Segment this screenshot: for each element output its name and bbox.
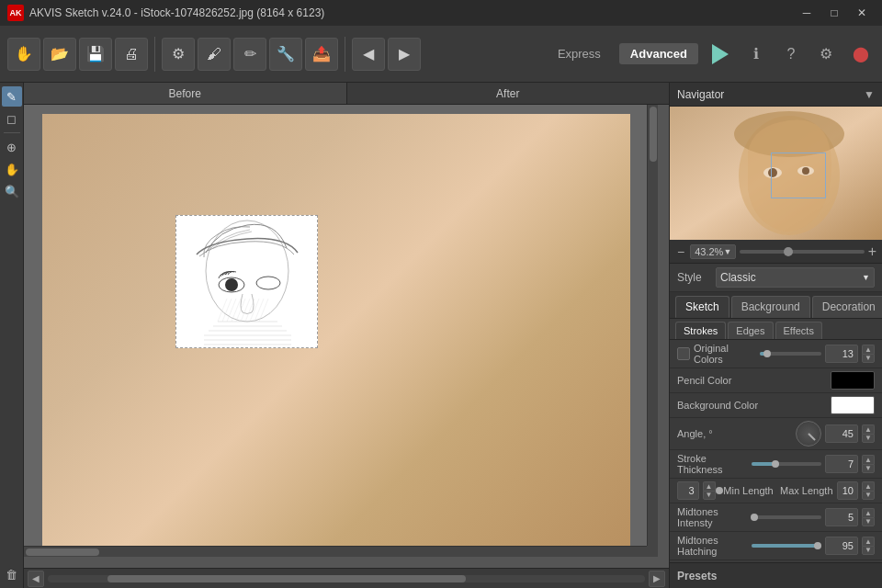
tool-adjust[interactable]: 🔧 (269, 38, 302, 71)
stroke-thickness-slider[interactable] (752, 462, 822, 466)
midtones-hatching-spinner[interactable]: ▲ ▼ (862, 537, 875, 555)
scroll-left-button[interactable]: ◀ (28, 571, 44, 587)
style-label: Style (677, 271, 710, 284)
midtones-intensity-down[interactable]: ▼ (862, 517, 875, 526)
style-select[interactable]: Classic ▼ (716, 267, 875, 288)
min-length-up[interactable]: ▲ (703, 481, 716, 491)
max-length-up[interactable]: ▲ (862, 481, 875, 491)
midtones-intensity-slider[interactable] (752, 515, 822, 519)
canvas-area: Before After (24, 83, 669, 588)
horizontal-scrollbar[interactable] (24, 546, 647, 557)
presets-label: Presets (677, 570, 717, 582)
bottom-scroll-track[interactable] (48, 575, 645, 582)
zoom-slider[interactable] (740, 250, 864, 254)
titlebar-controls[interactable]: ─ □ ✕ (794, 0, 875, 26)
max-length-down[interactable]: ▼ (862, 491, 875, 500)
midtones-hatching-row: Midtones Hatching 95 ▲ ▼ (670, 532, 882, 560)
vertical-scrollbar[interactable] (647, 105, 658, 546)
app-settings-button[interactable]: ⚙ (812, 40, 840, 68)
svg-rect-0 (176, 216, 318, 348)
original-colors-up[interactable]: ▲ (862, 345, 875, 354)
after-tab[interactable]: After (347, 83, 670, 104)
tool-forward[interactable]: ▶ (388, 38, 421, 71)
maximize-button[interactable]: □ (821, 0, 847, 26)
left-tool-trash[interactable]: 🗑 (2, 564, 22, 584)
angle-row: Angle, ° 45 ▲ ▼ (670, 418, 882, 450)
stroke-thickness-up[interactable]: ▲ (862, 455, 875, 464)
help-button[interactable]: ? (777, 40, 805, 68)
zoom-value-display[interactable]: 43.2% ▼ (690, 244, 736, 259)
titlebar: AK AKVIS Sketch v.24.0 - iStock-10748262… (0, 0, 882, 26)
midtones-intensity-up[interactable]: ▲ (862, 508, 875, 517)
original-colors-checkbox[interactable] (677, 347, 690, 360)
navigator-title: Navigator (677, 88, 724, 101)
left-sidebar-sep (4, 132, 20, 133)
midtones-hatching-up[interactable]: ▲ (862, 537, 875, 546)
tool-export[interactable]: 📤 (305, 38, 338, 71)
style-dropdown-arrow: ▼ (862, 273, 870, 282)
mode-express-button[interactable]: Express (547, 43, 612, 64)
subtab-effects[interactable]: Effects (775, 322, 822, 339)
scroll-right-button[interactable]: ▶ (649, 571, 665, 587)
angle-spinner[interactable]: ▲ ▼ (862, 424, 875, 443)
pencil-color-swatch[interactable] (831, 371, 875, 390)
minimize-button[interactable]: ─ (794, 0, 820, 26)
tool-hand[interactable]: ✋ (7, 38, 40, 71)
angle-up[interactable]: ▲ (862, 424, 875, 434)
midtones-hatching-down[interactable]: ▼ (862, 546, 875, 555)
left-tool-zoom[interactable]: ⊕ (2, 137, 22, 157)
mode-advanced-button[interactable]: Advanced (619, 43, 698, 64)
angle-label: Angle, ° (677, 428, 792, 439)
left-tool-hand[interactable]: ✋ (2, 159, 22, 179)
bottom-scroll-thumb[interactable] (107, 575, 466, 582)
subtab-strokes[interactable]: Strokes (675, 322, 726, 339)
angle-dial[interactable] (796, 421, 821, 447)
background-color-swatch[interactable] (831, 396, 875, 414)
tool-eraser[interactable]: ✏ (233, 38, 266, 71)
tab-background[interactable]: Background (731, 296, 810, 318)
original-colors-slider[interactable] (760, 352, 822, 356)
run-button[interactable] (706, 40, 735, 69)
info-button[interactable]: ℹ (742, 40, 770, 68)
sub-tabs: Strokes Edges Effects (670, 319, 882, 340)
zoom-in-button[interactable]: + (868, 243, 876, 260)
hscroll-thumb[interactable] (26, 548, 99, 556)
max-length-spinner[interactable]: ▲ ▼ (862, 481, 875, 500)
before-after-tabs: Before After (24, 83, 669, 105)
close-button[interactable]: ✕ (849, 0, 875, 26)
tab-sketch[interactable]: Sketch (675, 296, 729, 318)
style-value: Classic (720, 271, 756, 284)
midtones-hatching-slider[interactable] (752, 544, 822, 548)
midtones-hatching-fill (752, 544, 819, 548)
midtones-intensity-spinner[interactable]: ▲ ▼ (862, 508, 875, 526)
tool-save[interactable]: 💾 (79, 38, 112, 71)
left-tool-search[interactable]: 🔍 (2, 181, 22, 201)
navigator-collapse-button[interactable]: ▼ (864, 88, 875, 101)
before-tab[interactable]: Before (24, 83, 347, 104)
toolbar-separator-2 (345, 37, 345, 72)
subtab-edges[interactable]: Edges (728, 322, 773, 339)
main-toolbar: ✋ 📂 💾 🖨 ⚙ 🖌 ✏ 🔧 📤 ◀ ▶ Express Advanced ℹ… (0, 26, 882, 83)
tool-print[interactable]: 🖨 (115, 38, 148, 71)
canvas-container[interactable] (24, 105, 669, 568)
tool-open[interactable]: 📂 (43, 38, 76, 71)
background-color-row: Background Color (670, 393, 882, 418)
original-colors-down[interactable]: ▼ (862, 354, 875, 363)
alert-button[interactable]: ⬤ (847, 40, 875, 68)
angle-down[interactable]: ▼ (862, 434, 875, 443)
left-tool-selection[interactable]: ◻ (2, 108, 22, 129)
tool-brush[interactable]: 🖌 (198, 38, 231, 71)
min-length-down[interactable]: ▼ (703, 491, 716, 500)
tool-settings[interactable]: ⚙ (162, 38, 195, 71)
zoom-out-button[interactable]: − (675, 244, 686, 259)
midtones-hatching-value: 95 (825, 537, 858, 555)
min-length-label: Min Length (723, 485, 775, 496)
left-tool-pencil[interactable]: ✎ (2, 86, 22, 107)
original-colors-spinner[interactable]: ▲ ▼ (862, 345, 875, 363)
min-length-spinner[interactable]: ▲ ▼ (703, 481, 716, 500)
vscroll-thumb[interactable] (650, 107, 657, 162)
tool-back[interactable]: ◀ (352, 38, 385, 71)
tab-decoration[interactable]: Decoration (812, 296, 882, 318)
stroke-thickness-down[interactable]: ▼ (862, 464, 875, 473)
stroke-thickness-spinner[interactable]: ▲ ▼ (862, 455, 875, 473)
